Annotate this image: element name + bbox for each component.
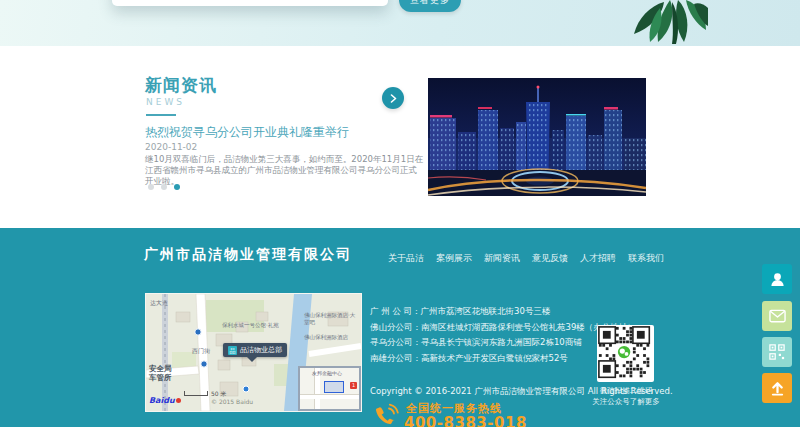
- inset-road-badge: 1: [350, 382, 357, 389]
- mail-icon: [769, 309, 786, 323]
- qr-caption: 微信扫描二维码 关注公众号了解更多: [575, 385, 677, 407]
- footer-company-name: 广州市品洁物业管理有限公司: [144, 246, 352, 264]
- footer-nav: 关于品洁 案例展示 新闻资讯 意见反馈 人才招聘 联系我们: [388, 252, 664, 265]
- plant-decoration: [612, 0, 708, 46]
- map-label-hotel-1: 佛山保利洲际酒店·大堂吧: [304, 312, 356, 325]
- location-map[interactable]: 达大道 西门街 安全局 车管所 保利水城一号公馆·礼苑 佛山保利洲际酒店·大堂吧…: [145, 293, 362, 412]
- news-article-excerpt: 继10月双喜临门后，品洁物业第三大喜事，如约而至。2020年11月1日在江西省赣…: [145, 154, 425, 187]
- map-copyright: © 2015 Baidu: [211, 398, 253, 405]
- map-overview-inset: 友邦金融中心 1: [298, 366, 361, 411]
- map-label-road: 达大道: [150, 299, 168, 306]
- address-foshan: 佛山分公司：南海区桂城灯湖西路保利壹号公馆礼苑39楼（办公地址）: [370, 320, 605, 336]
- footer-nav-cases[interactable]: 案例展示: [436, 252, 472, 265]
- footer-nav-about[interactable]: 关于品洁: [388, 252, 424, 265]
- baidu-logo: Baidu: [149, 396, 181, 405]
- map-label-street: 西门街: [192, 347, 210, 354]
- carousel-dot-active[interactable]: [174, 184, 180, 190]
- map-label-bureau: 安全局 车管所: [149, 364, 172, 382]
- customer-service-icon: [769, 271, 786, 288]
- address-xunwu: 寻乌分公司：寻乌县长宁镇滨河东路九洲国际2栋10商铺: [370, 335, 605, 351]
- back-to-top-icon: [770, 380, 785, 396]
- company-logo-icon: 品: [228, 346, 237, 355]
- hero-section: 查看更多: [0, 0, 800, 46]
- footer: 广州市品洁物业管理有限公司 关于品洁 案例展示 新闻资讯 意见反馈 人才招聘 联…: [0, 228, 800, 427]
- footer-nav-news[interactable]: 新闻资讯: [484, 252, 520, 265]
- phone-icon: [372, 402, 400, 427]
- mail-button[interactable]: [762, 301, 792, 331]
- carousel-dots: [148, 184, 180, 190]
- carousel-dot[interactable]: [161, 184, 167, 190]
- map-label-hotel-2: 佛山保利洲际酒店: [304, 334, 356, 341]
- news-article-image[interactable]: [428, 78, 646, 196]
- footer-nav-feedback[interactable]: 意见反馈: [532, 252, 568, 265]
- qrcode-icon: [769, 344, 785, 360]
- address-nanxiong: 南雄分公司：高新技术产业开发区白鹭镇倪家村52号: [370, 351, 605, 367]
- title-underline: [146, 114, 176, 116]
- news-article-title[interactable]: 热烈祝贺寻乌分公司开业典礼隆重举行: [145, 124, 349, 141]
- address-guangzhou: 广 州 公 司：广州市荔湾区花地联北街30号三楼: [370, 304, 605, 320]
- back-to-top-button[interactable]: [762, 373, 792, 403]
- view-more-button[interactable]: 查看更多: [399, 0, 461, 12]
- inset-road: [300, 394, 359, 399]
- hotline-number: 400-8383-018: [404, 414, 527, 427]
- carousel-dot[interactable]: [148, 184, 154, 190]
- qrcode-button[interactable]: [762, 337, 792, 367]
- hero-card: [112, 0, 388, 6]
- map-scale-bar: [184, 391, 208, 396]
- chevron-right-icon: [389, 94, 398, 103]
- footer-nav-contact[interactable]: 联系我们: [628, 252, 664, 265]
- wechat-qr-code: [597, 325, 654, 382]
- customer-service-button[interactable]: [762, 264, 792, 294]
- news-section-title: 新闻资讯: [145, 74, 217, 97]
- inset-viewport-rect: [324, 381, 344, 393]
- news-section-subtitle: NEWS: [146, 97, 185, 107]
- inset-label: 友邦金融中心: [312, 370, 342, 376]
- news-article-date: 2020-11-02: [145, 142, 197, 152]
- footer-addresses: 广 州 公 司：广州市荔湾区花地联北街30号三楼 佛山分公司：南海区桂城灯湖西路…: [370, 304, 605, 366]
- map-callout-label: 品洁物业总部: [240, 345, 282, 355]
- map-label-estate: 保利水城一号公馆·礼苑: [222, 322, 280, 329]
- footer-nav-jobs[interactable]: 人才招聘: [580, 252, 616, 265]
- carousel-next-button[interactable]: [382, 87, 404, 109]
- map-callout-hq[interactable]: 品 品洁物业总部: [223, 343, 287, 357]
- page: 查看更多 新闻资讯 NEWS 热烈祝贺寻乌分公司开业典礼隆重举行 2020-11…: [0, 0, 800, 427]
